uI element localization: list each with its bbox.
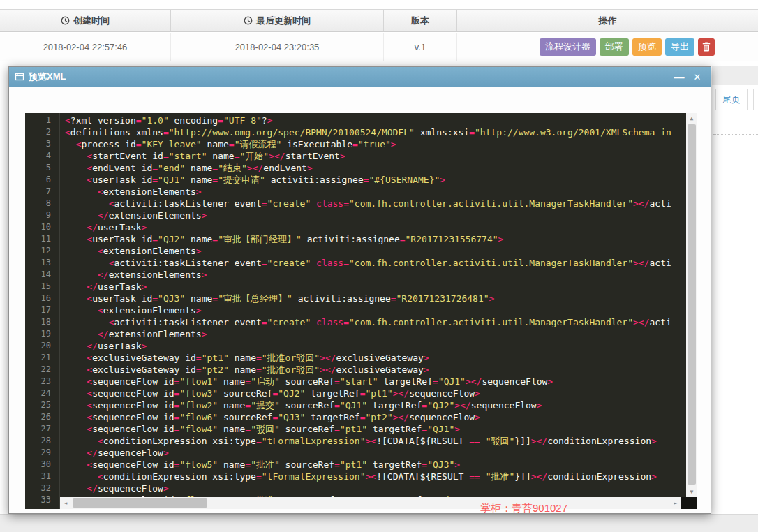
- window-icon: [15, 72, 24, 82]
- table-header: 创建时间 最后更新时间 版本 操作: [0, 9, 758, 32]
- page: 创建时间 最后更新时间 版本 操作 2018-02-04 22:57:46 20…: [0, 0, 758, 532]
- vertical-scroll-thumb[interactable]: [688, 124, 696, 485]
- footer-band: [0, 514, 758, 532]
- xml-code-editor[interactable]: 1234567891011121314151617181920212223242…: [25, 113, 697, 509]
- vertical-scrollbar[interactable]: ▲ ▼: [686, 113, 697, 497]
- deploy-button[interactable]: 部署: [600, 38, 629, 56]
- horizontal-scroll-thumb[interactable]: [73, 498, 207, 508]
- column-ruler: [514, 113, 514, 497]
- close-icon[interactable]: ✕: [690, 67, 705, 87]
- cell-updated-time: 2018-02-04 23:20:35: [171, 33, 384, 61]
- export-button[interactable]: 导出: [665, 38, 694, 56]
- cell-actions: 流程设计器 部署 预览 导出: [457, 33, 758, 61]
- column-header-updated: 最后更新时间: [171, 10, 384, 31]
- scroll-up-icon[interactable]: ▲: [686, 113, 697, 124]
- process-designer-button[interactable]: 流程设计器: [540, 38, 596, 56]
- delete-button[interactable]: [698, 38, 715, 56]
- column-header-actions: 操作: [457, 10, 758, 31]
- trash-icon: [702, 42, 711, 52]
- table-row: 2018-02-04 22:57:46 2018-02-04 23:20:35 …: [0, 33, 758, 61]
- pagination-last-page[interactable]: 尾页: [715, 89, 748, 110]
- clock-icon: [61, 16, 70, 25]
- cell-created-time: 2018-02-04 22:57:46: [0, 33, 171, 61]
- scroll-down-icon[interactable]: ▼: [686, 487, 697, 497]
- line-number-gutter: 1234567891011121314151617181920212223242…: [25, 113, 60, 509]
- minimize-icon[interactable]: —: [671, 67, 687, 87]
- preview-xml-modal: 预览XML — ✕ 123456789101112131415161718192…: [8, 66, 711, 514]
- column-header-label: 创建时间: [73, 15, 110, 27]
- cell-version: v.1: [384, 33, 457, 61]
- scroll-left-icon[interactable]: ◄: [60, 498, 71, 508]
- column-header-label: 最后更新时间: [256, 15, 311, 27]
- modal-titlebar: 预览XML — ✕: [9, 67, 711, 87]
- page-background-strip: [712, 66, 758, 85]
- modal-title: 预览XML: [29, 71, 66, 83]
- pagination-next-control-partial[interactable]: [753, 89, 758, 110]
- footer-owner-text: 掌柜：青苔901027: [480, 502, 567, 515]
- divider-dotted: [713, 134, 758, 135]
- column-header-version: 版本: [384, 10, 457, 31]
- clock-icon: [244, 16, 253, 25]
- horizontal-scrollbar[interactable]: ◄ ►: [60, 497, 681, 509]
- column-header-label: 操作: [599, 15, 617, 27]
- scrollbar-corner: [681, 497, 697, 509]
- scroll-right-icon[interactable]: ►: [670, 498, 681, 508]
- code-content[interactable]: <?xml version="1.0" encoding="UTF-8"?><d…: [61, 113, 686, 497]
- column-header-label: 版本: [411, 15, 429, 27]
- modal-body: 1234567891011121314151617181920212223242…: [9, 87, 711, 513]
- preview-button[interactable]: 预览: [632, 38, 662, 56]
- column-header-created: 创建时间: [0, 10, 171, 31]
